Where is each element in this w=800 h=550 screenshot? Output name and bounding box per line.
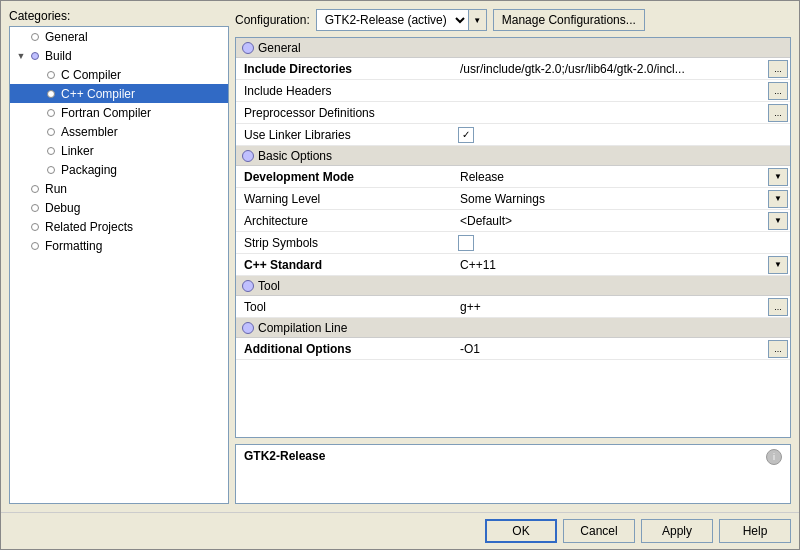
settings-row-warning-level: Warning LevelSome Warnings▼ [236, 188, 790, 210]
row-browse-btn-include-headers[interactable]: ... [768, 82, 788, 100]
checkbox-strip-symbols[interactable] [458, 235, 474, 251]
tree-item-formatting[interactable]: Formatting [10, 236, 228, 255]
tree-label-cpp-compiler: C++ Compiler [61, 87, 135, 101]
settings-row-include-headers: Include Headers... [236, 80, 790, 102]
tree-item-general[interactable]: General [10, 27, 228, 46]
row-label-architecture: Architecture [236, 214, 456, 228]
row-value-tool: g++ [456, 300, 768, 314]
section-title-basic-options: Basic Options [258, 149, 332, 163]
tree-item-packaging[interactable]: Packaging [10, 160, 228, 179]
section-title-general: General [258, 41, 301, 55]
tree-icon-cpp-compiler [44, 87, 58, 101]
tree-item-related-projects[interactable]: Related Projects [10, 217, 228, 236]
tree-icon-fortran-compiler [44, 106, 58, 120]
row-dropdown-btn-architecture[interactable]: ▼ [768, 212, 788, 230]
tree-label-c-compiler: C Compiler [61, 68, 121, 82]
row-label-use-linker-libraries: Use Linker Libraries [236, 128, 456, 142]
tree-icon-c-compiler [44, 68, 58, 82]
tree-expander-packaging [30, 163, 44, 177]
section-title-tool: Tool [258, 279, 280, 293]
tree-icon-assembler [44, 125, 58, 139]
ok-button[interactable]: OK [485, 519, 557, 543]
tree-item-cpp-compiler[interactable]: C++ Compiler [10, 84, 228, 103]
settings-row-development-mode: Development ModeRelease▼ [236, 166, 790, 188]
tree-label-debug: Debug [45, 201, 80, 215]
section-title-compilation-line: Compilation Line [258, 321, 347, 335]
apply-button[interactable]: Apply [641, 519, 713, 543]
tree-expander-fortran-compiler [30, 106, 44, 120]
cancel-button[interactable]: Cancel [563, 519, 635, 543]
row-browse-btn-preprocessor-definitions[interactable]: ... [768, 104, 788, 122]
tree-label-linker: Linker [61, 144, 94, 158]
tree-item-linker[interactable]: Linker [10, 141, 228, 160]
tree-label-packaging: Packaging [61, 163, 117, 177]
tree-expander-related-projects [14, 220, 28, 234]
tree-icon-linker [44, 144, 58, 158]
row-dropdown-btn-cpp-standard[interactable]: ▼ [768, 256, 788, 274]
config-dropdown-btn[interactable]: ▼ [468, 10, 486, 30]
categories-label: Categories: [9, 9, 229, 23]
section-header-basic-options: Basic Options [236, 146, 790, 166]
row-browse-btn-tool[interactable]: ... [768, 298, 788, 316]
tree-item-build[interactable]: ▼Build [10, 46, 228, 65]
settings-row-preprocessor-definitions: Preprocessor Definitions... [236, 102, 790, 124]
configuration-row: Configuration: GTK2-Release (active) ▼ M… [235, 9, 791, 31]
tree-expander-run [14, 182, 28, 196]
settings-row-additional-options: Additional Options-O1... [236, 338, 790, 360]
tree-icon-general [28, 30, 42, 44]
config-select-wrapper[interactable]: GTK2-Release (active) ▼ [316, 9, 487, 31]
section-icon-general [242, 42, 254, 54]
section-header-compilation-line: Compilation Line [236, 318, 790, 338]
settings-row-strip-symbols: Strip Symbols [236, 232, 790, 254]
tree-icon-run [28, 182, 42, 196]
dialog-buttons: OK Cancel Apply Help [1, 512, 799, 549]
row-dropdown-btn-warning-level[interactable]: ▼ [768, 190, 788, 208]
row-browse-btn-include-directories[interactable]: ... [768, 60, 788, 78]
tree-item-debug[interactable]: Debug [10, 198, 228, 217]
dialog-content: Categories: General▼BuildC CompilerC++ C… [1, 1, 799, 512]
settings-row-include-directories: Include Directories/usr/include/gtk-2.0;… [236, 58, 790, 80]
tree-label-build: Build [45, 49, 72, 63]
row-label-tool: Tool [236, 300, 456, 314]
tree-expander-debug [14, 201, 28, 215]
tree-item-assembler[interactable]: Assembler [10, 122, 228, 141]
config-select[interactable]: GTK2-Release (active) [317, 10, 468, 30]
info-icon[interactable]: i [766, 449, 782, 465]
row-label-warning-level: Warning Level [236, 192, 456, 206]
tree-item-run[interactable]: Run [10, 179, 228, 198]
bottom-info-box: GTK2-Release i [235, 444, 791, 504]
row-label-strip-symbols: Strip Symbols [236, 236, 456, 250]
manage-configurations-button[interactable]: Manage Configurations... [493, 9, 645, 31]
section-header-general: General [236, 38, 790, 58]
section-icon-tool [242, 280, 254, 292]
tree-item-c-compiler[interactable]: C Compiler [10, 65, 228, 84]
row-label-preprocessor-definitions: Preprocessor Definitions [236, 106, 456, 120]
tree-expander-assembler [30, 125, 44, 139]
checkbox-use-linker-libraries[interactable]: ✓ [458, 127, 474, 143]
row-label-additional-options: Additional Options [236, 342, 456, 356]
help-button[interactable]: Help [719, 519, 791, 543]
right-panel: Configuration: GTK2-Release (active) ▼ M… [235, 9, 791, 504]
categories-panel: Categories: General▼BuildC CompilerC++ C… [9, 9, 229, 504]
tree-expander-cpp-compiler [30, 87, 44, 101]
row-value-include-directories: /usr/include/gtk-2.0;/usr/lib64/gtk-2.0/… [456, 62, 768, 76]
config-label: Configuration: [235, 13, 310, 27]
section-header-tool: Tool [236, 276, 790, 296]
row-value-additional-options: -O1 [456, 342, 768, 356]
row-value-architecture: <Default> [456, 214, 768, 228]
project-settings-dialog: Categories: General▼BuildC CompilerC++ C… [0, 0, 800, 550]
settings-row-tool: Toolg++... [236, 296, 790, 318]
tree-icon-packaging [44, 163, 58, 177]
bottom-info-title: GTK2-Release [244, 449, 325, 463]
settings-table: GeneralInclude Directories/usr/include/g… [235, 37, 791, 438]
tree-icon-formatting [28, 239, 42, 253]
tree-expander-formatting [14, 239, 28, 253]
row-value-warning-level: Some Warnings [456, 192, 768, 206]
tree-item-fortran-compiler[interactable]: Fortran Compiler [10, 103, 228, 122]
row-dropdown-btn-development-mode[interactable]: ▼ [768, 168, 788, 186]
row-browse-btn-additional-options[interactable]: ... [768, 340, 788, 358]
settings-row-cpp-standard: C++ StandardC++11▼ [236, 254, 790, 276]
section-icon-compilation-line [242, 322, 254, 334]
tree-icon-build [28, 49, 42, 63]
tree-label-assembler: Assembler [61, 125, 118, 139]
